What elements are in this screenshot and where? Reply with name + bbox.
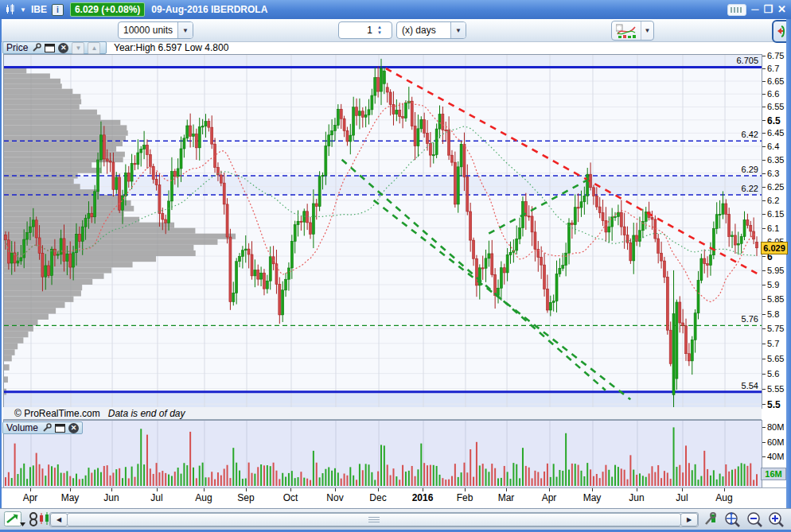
period-count-stepper[interactable]: ▲▼ [338, 21, 392, 39]
maximize-button[interactable]: ❒ [763, 2, 773, 17]
svg-text:6.29: 6.29 [742, 165, 758, 174]
y-tick-label: 6.25 [767, 182, 784, 192]
y-tick-mark [762, 120, 766, 121]
keyboard-icon[interactable] [727, 4, 746, 16]
zoom-selection-button[interactable] [723, 511, 742, 529]
new-window-icon[interactable] [55, 423, 65, 433]
y-tick-label: 6.7 [767, 64, 779, 73]
scroll-left-arrow[interactable]: ◀ [50, 513, 68, 526]
minimize-button[interactable]: ─ [751, 2, 758, 17]
x-tick-label: Jun [629, 492, 644, 503]
window-border-right [786, 19, 791, 508]
units-dropdown[interactable]: 10000 units ▼ [118, 21, 193, 39]
volume-tick-mark [762, 427, 766, 428]
window-border-left [0, 19, 2, 508]
price-panel-label: Price [6, 42, 28, 53]
y-tick-label: 6.15 [767, 209, 784, 219]
proreal-time-window: ▼ IBE i 6.029 (+0.08%) 09-Aug-2016 IBERD… [0, 0, 791, 532]
add-indicator-button[interactable]: ▼ [611, 21, 654, 41]
y-tick-label: 6.45 [767, 128, 784, 138]
y-tick-label: 6.3 [767, 169, 779, 178]
x-tick-mark [204, 488, 205, 491]
x-tick-mark [246, 488, 247, 491]
volume-tick-label: 40M [767, 452, 784, 461]
svg-text:5.76: 5.76 [742, 314, 758, 324]
last-volume-badge: 16M [761, 468, 786, 480]
period-unit-value: (x) days [397, 25, 450, 36]
close-button[interactable]: ✕ [777, 2, 786, 17]
zoom-out-button[interactable] [745, 511, 764, 529]
y-tick-mark [762, 94, 766, 95]
y-tick-mark [762, 228, 766, 229]
y-tick-label: 6.5 [767, 115, 781, 126]
y-tick-label: 6.4 [767, 142, 779, 151]
x-tick-mark [111, 488, 112, 491]
move-panel-down-icon[interactable]: ▼ [72, 42, 84, 54]
x-tick-mark [506, 488, 507, 491]
svg-text:5.54: 5.54 [742, 381, 758, 390]
scroll-right-arrow[interactable]: ▶ [680, 513, 698, 526]
chevron-down-icon[interactable]: ▼ [641, 21, 653, 40]
y-tick-label: 5.8 [767, 309, 779, 319]
y-tick-label: 5.55 [767, 384, 784, 394]
chart-settings-button[interactable] [703, 511, 719, 528]
y-tick-label: 5.9 [767, 280, 779, 289]
y-tick-mark [762, 160, 766, 161]
y-tick-mark [762, 328, 766, 329]
y-tick-mark [762, 107, 766, 107]
data-delay-note: Data is end of day [108, 408, 185, 419]
drawing-tools-button[interactable] [4, 511, 26, 528]
svg-text:6.705: 6.705 [736, 56, 758, 65]
chevron-down-icon[interactable]: ▼ [177, 22, 193, 38]
close-panel-icon[interactable]: ✕ [68, 423, 79, 433]
zoom-in-button[interactable] [766, 511, 785, 529]
stepper-arrows-icon[interactable]: ▲▼ [374, 25, 387, 36]
move-panel-up-icon[interactable]: ▲ [88, 42, 100, 54]
x-tick-label: Jun [103, 492, 119, 503]
symbol-dropdown-arrow-icon[interactable]: ▼ [20, 6, 26, 14]
time-scrollbar[interactable]: ◀ ▶ [49, 512, 699, 527]
y-tick-mark [762, 173, 766, 174]
scrollbar-thumb[interactable] [67, 513, 681, 526]
new-window-icon[interactable] [45, 43, 55, 53]
chevron-down-icon[interactable]: ▼ [450, 22, 466, 38]
volume-tick-mark [762, 456, 766, 457]
svg-text:6.42: 6.42 [742, 130, 758, 139]
y-tick-label: 6.1 [767, 223, 779, 233]
x-tick-mark [724, 488, 725, 491]
y-tick-mark [762, 214, 766, 215]
x-tick-label: Jul [150, 492, 162, 503]
volume-chart-plot[interactable] [3, 420, 762, 488]
status-bar: ◀ ▶ [0, 508, 791, 530]
y-tick-mark [762, 299, 766, 300]
y-tick-label: 5.7 [767, 339, 779, 348]
y-tick-mark [762, 81, 766, 82]
x-tick-mark [637, 488, 637, 491]
x-tick-mark [70, 488, 71, 491]
y-tick-mark [762, 133, 766, 134]
period-unit-dropdown[interactable]: (x) days ▼ [396, 21, 466, 39]
x-tick-label: Aug [195, 492, 212, 503]
y-tick-label: 6.55 [767, 102, 784, 111]
link-charts-icon[interactable] [29, 511, 38, 528]
x-tick-mark [549, 488, 550, 491]
volume-tick-label: 60M [767, 437, 784, 447]
close-panel-icon[interactable]: ✕ [58, 43, 68, 53]
last-price-badge: 6.029 [761, 242, 788, 254]
candlestick-chart-icon[interactable] [5, 4, 18, 15]
volume-panel-header: Volume ✕ [2, 421, 83, 434]
info-icon[interactable]: i [52, 4, 64, 16]
time-axis[interactable]: AprMayJunJulAugSepOctNovDec2016FebMarApr… [0, 487, 786, 509]
y-tick-mark [762, 374, 766, 375]
wrench-icon[interactable] [31, 43, 41, 53]
svg-text:6.22: 6.22 [742, 184, 758, 193]
y-tick-mark [762, 285, 766, 285]
period-count-input[interactable] [339, 24, 374, 37]
y-tick-label: 6.2 [767, 196, 779, 205]
price-axis[interactable]: 6.756.76.656.66.556.56.456.46.356.36.256… [762, 54, 785, 409]
wrench-icon[interactable] [41, 423, 52, 433]
y-tick-label: 6.75 [767, 51, 784, 60]
price-chart-plot[interactable]: 6.7056.426.296.225.765.54 [3, 54, 762, 409]
y-tick-mark [762, 187, 766, 188]
window-title: 09-Aug-2016 IBERDROLA [151, 4, 267, 15]
